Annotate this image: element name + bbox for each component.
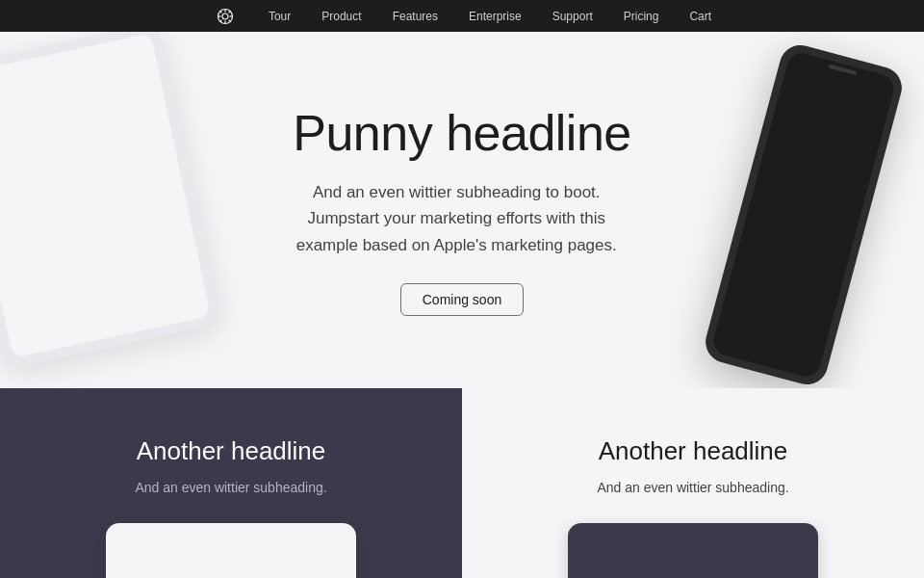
svg-point-1: [222, 13, 228, 19]
hero-section: Punny headline And an even wittier subhe…: [0, 32, 924, 388]
section-left-card-preview: [106, 523, 356, 578]
svg-line-7: [229, 19, 231, 21]
device-right-phone: [701, 40, 907, 388]
svg-line-9: [219, 19, 221, 21]
section-left-subheading: And an even wittier subheading.: [135, 478, 326, 498]
nav-item-support[interactable]: Support: [537, 0, 608, 32]
main-nav: Tour Product Features Enterprise Support…: [0, 0, 924, 32]
nav-item-cart[interactable]: Cart: [674, 0, 727, 32]
section-left: Another headline And an even wittier sub…: [0, 388, 462, 578]
hero-subtitle: And an even wittier subheading to boot. …: [293, 179, 620, 258]
nav-item-features[interactable]: Features: [377, 0, 453, 32]
nav-item-product[interactable]: Product: [306, 0, 376, 32]
section-right-headline: Another headline: [599, 436, 788, 466]
hero-title: Punny headline: [293, 104, 631, 162]
hero-cta-button[interactable]: Coming soon: [400, 283, 525, 316]
nav-item-tour[interactable]: Tour: [253, 0, 306, 32]
nav-item-enterprise[interactable]: Enterprise: [453, 0, 537, 32]
svg-line-6: [219, 11, 221, 13]
svg-line-8: [229, 11, 231, 13]
device-left-tablet: [0, 32, 222, 369]
nav-item-pricing[interactable]: Pricing: [608, 0, 675, 32]
section-right-subheading: And an even wittier subheading.: [597, 478, 788, 498]
bottom-sections: Another headline And an even wittier sub…: [0, 388, 924, 578]
section-right-card-preview: [568, 523, 818, 578]
section-left-headline: Another headline: [137, 436, 326, 466]
nav-logo[interactable]: [197, 8, 253, 25]
section-right: Another headline And an even wittier sub…: [462, 388, 924, 578]
